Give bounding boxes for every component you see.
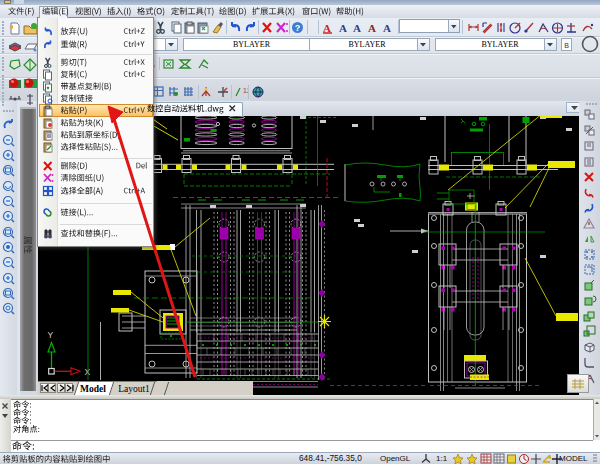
svg-text:A: A <box>339 22 347 34</box>
svg-text:?: ? <box>295 23 301 33</box>
svg-text:A: A <box>383 22 391 34</box>
svg-text:A: A <box>323 22 331 34</box>
svg-text:A: A <box>353 22 361 34</box>
svg-text:A: A <box>368 22 376 34</box>
